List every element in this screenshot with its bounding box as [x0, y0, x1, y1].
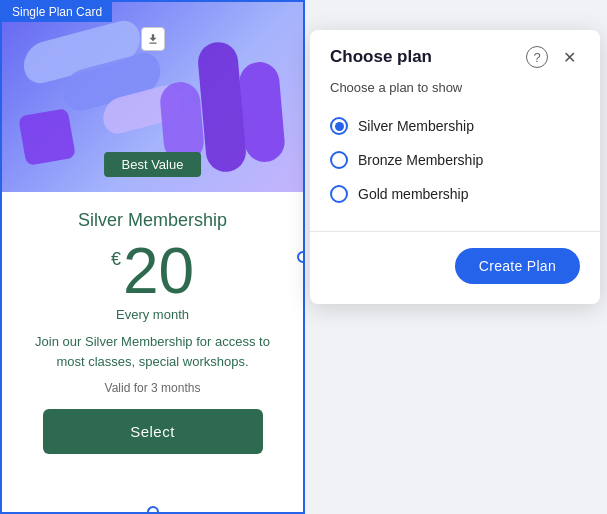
card-panel: Single Plan Card Best Value Silver Membe…: [0, 0, 305, 514]
price-amount: 20: [123, 239, 194, 303]
radio-option-gold[interactable]: Gold membership: [330, 177, 580, 211]
radio-label-gold: Gold membership: [358, 186, 469, 202]
radio-label-bronze: Bronze Membership: [358, 152, 483, 168]
modal-panel: Choose plan ? ✕ Choose a plan to show Si…: [310, 30, 600, 304]
validity: Valid for 3 months: [105, 381, 201, 395]
description: Join our Silver Membership for access to…: [22, 332, 283, 371]
radio-circle-bronze: [330, 151, 348, 169]
radio-option-bronze[interactable]: Bronze Membership: [330, 143, 580, 177]
select-button[interactable]: Select: [43, 409, 263, 454]
modal-subtitle: Choose a plan to show: [310, 80, 600, 109]
modal-title: Choose plan: [330, 47, 432, 67]
shape-6: [238, 60, 287, 163]
membership-name: Silver Membership: [78, 210, 227, 231]
modal-footer: Create Plan: [310, 248, 600, 304]
modal-options: Silver Membership Bronze Membership Gold…: [310, 109, 600, 221]
modal-divider: [310, 231, 600, 232]
drag-handle[interactable]: [141, 27, 165, 51]
best-value-badge: Best Value: [104, 152, 202, 177]
radio-circle-gold: [330, 185, 348, 203]
radio-label-silver: Silver Membership: [358, 118, 474, 134]
shape-4: [18, 108, 76, 166]
resize-handle-bottom[interactable]: [147, 506, 159, 514]
card-label: Single Plan Card: [2, 2, 112, 22]
modal-header: Choose plan ? ✕: [310, 30, 600, 80]
close-icon[interactable]: ✕: [558, 46, 580, 68]
price-period: Every month: [116, 307, 189, 322]
radio-option-silver[interactable]: Silver Membership: [330, 109, 580, 143]
resize-handle-right[interactable]: [297, 251, 305, 263]
help-icon[interactable]: ?: [526, 46, 548, 68]
card-body: Silver Membership € 20 Every month Join …: [2, 192, 303, 466]
radio-circle-silver: [330, 117, 348, 135]
download-icon: [146, 32, 160, 46]
price-currency: €: [111, 249, 121, 270]
create-plan-button[interactable]: Create Plan: [455, 248, 580, 284]
price-row: € 20: [111, 239, 194, 303]
shape-5: [196, 41, 247, 174]
modal-actions: ? ✕: [526, 46, 580, 68]
